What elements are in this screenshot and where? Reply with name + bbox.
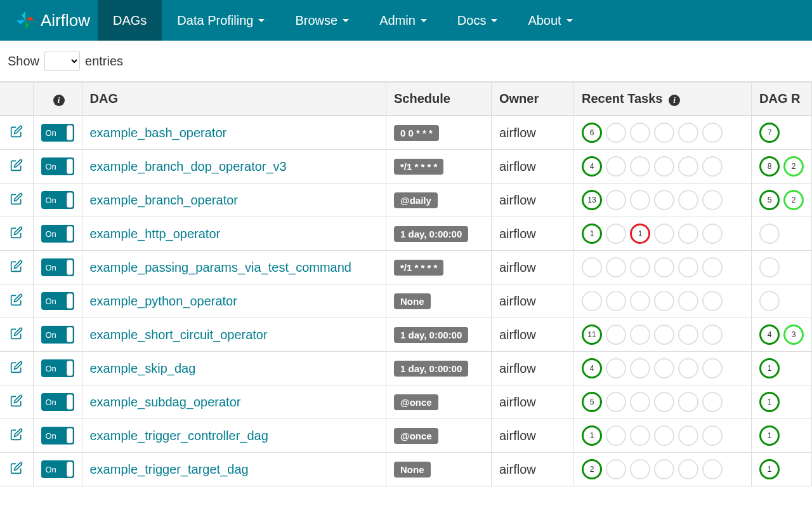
task-status-circle[interactable] (630, 425, 650, 446)
run-status-circle[interactable]: 1 (759, 358, 780, 378)
task-status-circle[interactable] (678, 224, 698, 244)
task-status-circle[interactable] (630, 257, 650, 277)
task-status-circle[interactable] (606, 291, 626, 311)
run-status-circle[interactable] (759, 257, 780, 277)
task-status-circle[interactable]: 1 (630, 224, 650, 244)
edit-icon[interactable] (10, 328, 23, 342)
dag-toggle[interactable]: On (41, 258, 74, 276)
schedule-badge[interactable]: */1 * * * * (394, 260, 443, 276)
schedule-badge[interactable]: @once (394, 394, 438, 410)
edit-icon[interactable] (10, 463, 23, 477)
nav-admin[interactable]: Admin (364, 0, 442, 41)
edit-icon[interactable] (10, 362, 23, 376)
schedule-badge[interactable]: 0 0 * * * (394, 125, 439, 141)
edit-icon[interactable] (10, 126, 23, 140)
brand-link[interactable]: Airflow (8, 10, 98, 30)
schedule-badge[interactable]: 1 day, 0:00:00 (394, 226, 468, 242)
task-status-circle[interactable] (654, 123, 674, 143)
dag-link[interactable]: example_bash_operator (90, 126, 227, 140)
task-status-circle[interactable] (702, 358, 723, 378)
task-status-circle[interactable] (630, 392, 650, 412)
task-status-circle[interactable] (606, 425, 626, 446)
task-status-circle[interactable] (678, 123, 698, 143)
run-status-circle[interactable] (759, 291, 780, 311)
task-status-circle[interactable] (606, 123, 626, 143)
task-status-circle[interactable] (702, 156, 723, 177)
dag-toggle[interactable]: On (41, 157, 74, 175)
dag-toggle[interactable]: On (41, 359, 74, 377)
dag-link[interactable]: example_http_operator (90, 227, 221, 241)
dag-toggle[interactable]: On (41, 124, 74, 142)
task-status-circle[interactable] (678, 324, 698, 345)
task-status-circle[interactable] (654, 156, 674, 177)
nav-about[interactable]: About (513, 0, 587, 41)
header-schedule[interactable]: Schedule (386, 82, 492, 116)
task-status-circle[interactable] (606, 224, 626, 244)
task-status-circle[interactable] (678, 392, 698, 412)
task-status-circle[interactable] (654, 324, 674, 345)
dag-link[interactable]: example_passing_params_via_test_command (90, 260, 351, 274)
task-status-circle[interactable] (654, 425, 674, 446)
edit-icon[interactable] (10, 396, 23, 410)
task-status-circle[interactable] (678, 459, 698, 479)
task-status-circle[interactable] (630, 123, 650, 143)
task-status-circle[interactable]: 4 (582, 358, 602, 378)
dag-link[interactable]: example_trigger_controller_dag (90, 429, 268, 443)
task-status-circle[interactable] (630, 459, 650, 479)
task-status-circle[interactable] (654, 459, 674, 479)
task-status-circle[interactable] (702, 425, 723, 446)
task-status-circle[interactable] (678, 156, 698, 177)
edit-icon[interactable] (10, 194, 23, 208)
schedule-badge[interactable]: 1 day, 0:00:00 (394, 327, 468, 343)
task-status-circle[interactable] (678, 291, 698, 311)
task-status-circle[interactable] (654, 291, 674, 311)
nav-docs[interactable]: Docs (442, 0, 513, 41)
run-status-circle[interactable]: 2 (783, 156, 804, 177)
task-status-circle[interactable] (678, 425, 698, 446)
dag-link[interactable]: example_skip_dag (90, 361, 196, 375)
task-status-circle[interactable] (630, 190, 650, 210)
task-status-circle[interactable] (582, 257, 602, 277)
task-status-circle[interactable] (654, 224, 674, 244)
task-status-circle[interactable]: 6 (582, 123, 602, 143)
dag-toggle[interactable]: On (41, 292, 74, 310)
dag-link[interactable]: example_branch_operator (90, 193, 239, 207)
task-status-circle[interactable]: 1 (582, 425, 602, 446)
dag-link[interactable]: example_subdag_operator (90, 395, 241, 409)
task-status-circle[interactable]: 2 (582, 459, 602, 479)
task-status-circle[interactable] (702, 257, 723, 277)
header-recent[interactable]: Recent Tasks i (574, 82, 752, 116)
task-status-circle[interactable] (654, 257, 674, 277)
task-status-circle[interactable] (702, 459, 723, 479)
header-dag[interactable]: DAG (82, 82, 386, 116)
task-status-circle[interactable] (606, 392, 626, 412)
dag-toggle[interactable]: On (41, 427, 74, 444)
task-status-circle[interactable] (702, 324, 723, 345)
task-status-circle[interactable] (606, 459, 626, 479)
nav-browse[interactable]: Browse (280, 0, 364, 41)
schedule-badge[interactable]: @daily (394, 192, 438, 208)
task-status-circle[interactable] (702, 392, 723, 412)
task-status-circle[interactable] (606, 358, 626, 378)
task-status-circle[interactable]: 11 (582, 324, 602, 345)
schedule-badge[interactable]: */1 * * * * (394, 159, 443, 175)
task-status-circle[interactable] (630, 324, 650, 345)
dag-link[interactable]: example_trigger_target_dag (90, 462, 249, 476)
run-status-circle[interactable]: 1 (759, 459, 780, 479)
schedule-badge[interactable]: None (394, 462, 431, 478)
edit-icon[interactable] (10, 429, 23, 443)
task-status-circle[interactable] (702, 291, 723, 311)
schedule-badge[interactable]: 1 day, 0:00:00 (394, 361, 468, 377)
dag-toggle[interactable]: On (41, 460, 74, 478)
header-runs[interactable]: DAG R (752, 82, 812, 116)
run-status-circle[interactable]: 3 (783, 324, 804, 345)
task-status-circle[interactable] (702, 190, 723, 210)
task-status-circle[interactable] (678, 358, 698, 378)
nav-dags[interactable]: DAGs (98, 0, 162, 41)
dag-link[interactable]: example_short_circuit_operator (90, 328, 268, 342)
task-status-circle[interactable] (702, 123, 723, 143)
dag-toggle[interactable]: On (41, 326, 74, 344)
task-status-circle[interactable]: 4 (582, 156, 602, 177)
nav-data-profiling[interactable]: Data Profiling (162, 0, 280, 41)
task-status-circle[interactable] (678, 257, 698, 277)
